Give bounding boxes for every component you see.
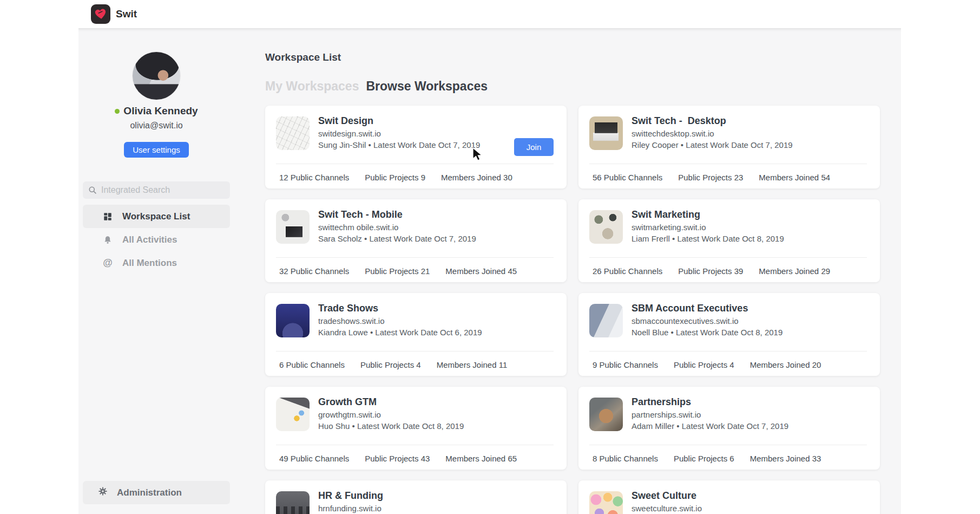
search-icon <box>88 186 97 194</box>
workspace-byline: Liam Frerll • Latest Work Date Oct 8, 20… <box>632 233 820 244</box>
workspace-card[interactable]: Swit Design switdesign.swit.io Sung Jin-… <box>265 106 567 188</box>
workspace-thumbnail <box>276 491 310 514</box>
workspace-card[interactable]: Swit Tech - Mobile swittechm obile.swit.… <box>265 199 567 282</box>
card-stat: Public Projects 21 <box>365 266 430 276</box>
workspace-stats: 8 Public ChannelsPublic Projects 6Member… <box>593 454 821 463</box>
bell-icon <box>102 235 113 245</box>
workspace-card[interactable]: HR & Funding hrnfunding.swit.io <box>265 480 567 514</box>
card-stat: Members Joined 29 <box>759 266 830 276</box>
card-stat: Members Joined 11 <box>437 360 508 369</box>
workspace-domain: hrnfunding.swit.io <box>318 503 507 514</box>
workspace-name: HR & Funding <box>318 490 507 502</box>
card-stat: Public Projects 4 <box>674 360 734 369</box>
workspace-name: SBM Account Executives <box>632 302 820 315</box>
workspace-stats: 49 Public ChannelsPublic Projects 43Memb… <box>279 454 517 463</box>
card-stat: 6 Public Channels <box>279 360 345 369</box>
sidebar-item-administration[interactable]: Administration <box>83 481 230 504</box>
workspace-byline: Sara Scholz • Latest Work Date Oct 7, 20… <box>318 233 507 244</box>
workspace-byline: Huo Shu • Latest Work Date Oct 8, 2019 <box>318 420 507 432</box>
card-divider <box>276 257 554 258</box>
card-stat: 8 Public Channels <box>593 454 658 463</box>
tab-browse-workspaces[interactable]: Browse Workspaces <box>366 79 488 94</box>
workspace-stats: 56 Public ChannelsPublic Projects 23Memb… <box>593 173 830 182</box>
workspace-name: Swit Tech - Desktop <box>632 115 820 127</box>
workspace-domain: growthgtm.swit.io <box>318 409 507 420</box>
workspace-card[interactable]: Growth GTM growthgtm.swit.io Huo Shu • L… <box>265 387 567 470</box>
search-input[interactable] <box>101 185 225 195</box>
workspace-thumbnail <box>589 116 623 150</box>
workspace-domain: swittechdesktop.swit.io <box>632 128 820 139</box>
card-divider <box>276 445 554 445</box>
sidebar: Olivia Kennedy olivia@swit.io User setti… <box>78 28 234 514</box>
workspace-domain: switdesign.swit.io <box>318 128 507 139</box>
avatar[interactable] <box>133 52 180 100</box>
workspace-stats: 6 Public ChannelsPublic Projects 4Member… <box>279 360 507 369</box>
card-stat: 9 Public Channels <box>593 360 658 369</box>
card-stat: Public Projects 23 <box>678 173 743 182</box>
workspace-card[interactable]: Trade Shows tradeshows.swit.io Kiandra L… <box>265 293 567 376</box>
workspace-tabs: My Workspaces Browse Workspaces <box>265 79 901 94</box>
card-stat: Public Projects 6 <box>674 454 734 463</box>
sidebar-item-label: Administration <box>117 487 182 498</box>
tab-my-workspaces[interactable]: My Workspaces <box>265 79 359 94</box>
workspace-card[interactable]: Swit Marketing switmarketing.swit.io Lia… <box>578 199 880 282</box>
card-stat: Public Projects 43 <box>365 454 430 463</box>
card-stat: 49 Public Channels <box>279 454 349 463</box>
card-divider <box>276 351 554 352</box>
workspace-domain: sbmaccountexecutives.swit.io <box>632 315 820 327</box>
at-icon: @ <box>102 257 113 269</box>
card-stat: Members Joined 33 <box>750 454 821 463</box>
topbar: Swit <box>0 0 980 28</box>
card-divider <box>276 164 554 164</box>
workspace-thumbnail <box>589 304 623 337</box>
grid-icon <box>102 212 113 222</box>
workspace-card[interactable]: SBM Account Executives sbmaccountexecuti… <box>578 293 880 376</box>
card-divider <box>589 257 867 258</box>
workspace-domain: sweetculture.swit.io <box>632 503 820 514</box>
card-stat: Members Joined 45 <box>445 266 517 276</box>
card-stat: Public Projects 9 <box>365 173 425 182</box>
workspace-card[interactable]: Swit Tech - Desktop swittechdesktop.swit… <box>578 106 880 188</box>
workspace-thumbnail <box>276 398 310 431</box>
workspace-name: Swit Design <box>318 115 507 127</box>
workspace-name: Swit Marketing <box>632 209 820 221</box>
sidebar-menu: Workspace List All Activities @ All Ment… <box>83 205 230 275</box>
main-content: Workspace List My Workspaces Browse Work… <box>234 28 901 514</box>
workspace-stats: 32 Public ChannelsPublic Projects 21Memb… <box>279 266 517 276</box>
page-title: Workspace List <box>265 51 901 63</box>
card-divider <box>589 164 867 164</box>
card-stat: Members Joined 54 <box>759 173 830 182</box>
workspace-name: Partnerships <box>632 396 820 408</box>
card-divider <box>589 445 867 445</box>
online-status-dot <box>115 109 120 114</box>
workspace-stats: 12 Public ChannelsPublic Projects 9Membe… <box>279 173 512 182</box>
workspace-thumbnail <box>276 116 310 150</box>
card-stat: 26 Public Channels <box>593 266 662 276</box>
workspace-thumbnail <box>276 304 310 337</box>
workspace-thumbnail <box>589 398 623 431</box>
card-divider <box>589 351 867 352</box>
workspace-domain: switmarketing.swit.io <box>632 222 820 233</box>
workspace-name: Growth GTM <box>318 396 507 408</box>
card-stat: Public Projects 4 <box>360 360 421 369</box>
sidebar-item-workspace-list[interactable]: Workspace List <box>83 205 230 228</box>
heart-icon <box>94 8 108 21</box>
workspace-domain: swittechm obile.swit.io <box>318 222 507 233</box>
user-settings-button[interactable]: User settings <box>124 142 189 158</box>
sidebar-item-all-activities[interactable]: All Activities <box>83 228 230 251</box>
search-box[interactable] <box>83 181 230 199</box>
workspace-name: Sweet Culture <box>632 490 820 502</box>
workspace-thumbnail <box>589 210 623 244</box>
workspace-byline: Noell Blue • Latest Work Date Oct 8, 201… <box>632 327 820 338</box>
sidebar-item-all-mentions[interactable]: @ All Mentions <box>83 251 230 275</box>
join-button[interactable]: Join <box>514 138 554 156</box>
workspace-name: Swit Tech - Mobile <box>318 209 507 221</box>
workspace-stats: 26 Public ChannelsPublic Projects 39Memb… <box>593 266 830 276</box>
card-stat: 56 Public Channels <box>593 173 662 182</box>
workspace-domain: tradeshows.swit.io <box>318 315 507 327</box>
workspace-card[interactable]: Partnerships partnerships.swit.io Adam M… <box>578 387 880 470</box>
workspace-card-grid: Swit Design switdesign.swit.io Sung Jin-… <box>265 106 901 514</box>
workspace-byline: Kiandra Lowe • Latest Work Date Oct 6, 2… <box>318 327 507 338</box>
workspace-thumbnail <box>276 210 310 244</box>
workspace-card[interactable]: Sweet Culture sweetculture.swit.io <box>578 480 880 514</box>
